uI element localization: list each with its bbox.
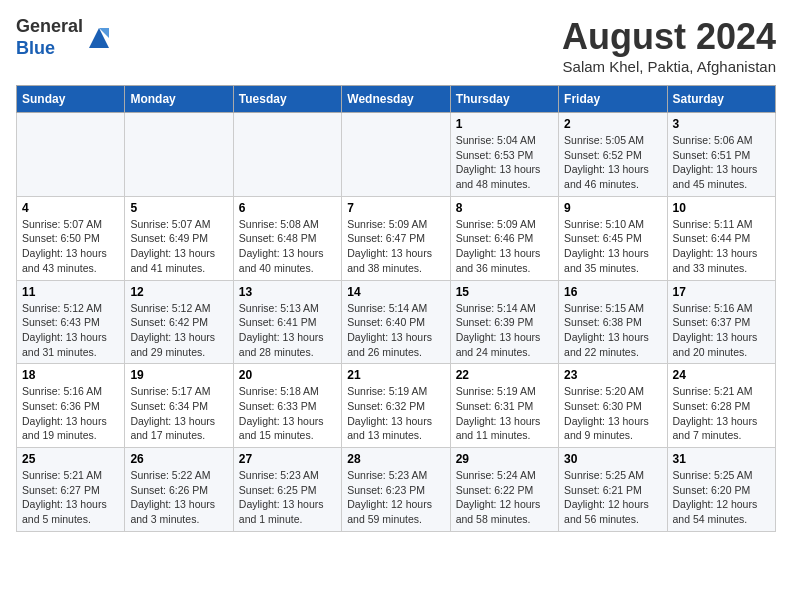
calendar-cell: 4Sunrise: 5:07 AMSunset: 6:50 PMDaylight… [17,196,125,280]
day-number: 18 [22,368,119,382]
day-number: 27 [239,452,336,466]
day-detail: Sunrise: 5:18 AMSunset: 6:33 PMDaylight:… [239,384,336,443]
calendar-cell: 6Sunrise: 5:08 AMSunset: 6:48 PMDaylight… [233,196,341,280]
main-title: August 2024 [562,16,776,58]
day-number: 6 [239,201,336,215]
calendar-cell: 1Sunrise: 5:04 AMSunset: 6:53 PMDaylight… [450,113,558,197]
header-tuesday: Tuesday [233,86,341,113]
day-number: 2 [564,117,661,131]
day-detail: Sunrise: 5:20 AMSunset: 6:30 PMDaylight:… [564,384,661,443]
calendar-cell: 31Sunrise: 5:25 AMSunset: 6:20 PMDayligh… [667,448,775,532]
calendar-cell: 14Sunrise: 5:14 AMSunset: 6:40 PMDayligh… [342,280,450,364]
day-number: 31 [673,452,770,466]
calendar-cell: 12Sunrise: 5:12 AMSunset: 6:42 PMDayligh… [125,280,233,364]
logo: General Blue [16,16,113,59]
day-detail: Sunrise: 5:07 AMSunset: 6:49 PMDaylight:… [130,217,227,276]
calendar-cell: 19Sunrise: 5:17 AMSunset: 6:34 PMDayligh… [125,364,233,448]
day-number: 16 [564,285,661,299]
day-detail: Sunrise: 5:06 AMSunset: 6:51 PMDaylight:… [673,133,770,192]
day-detail: Sunrise: 5:23 AMSunset: 6:25 PMDaylight:… [239,468,336,527]
day-detail: Sunrise: 5:05 AMSunset: 6:52 PMDaylight:… [564,133,661,192]
calendar-cell: 20Sunrise: 5:18 AMSunset: 6:33 PMDayligh… [233,364,341,448]
day-detail: Sunrise: 5:15 AMSunset: 6:38 PMDaylight:… [564,301,661,360]
day-detail: Sunrise: 5:12 AMSunset: 6:43 PMDaylight:… [22,301,119,360]
calendar-cell: 16Sunrise: 5:15 AMSunset: 6:38 PMDayligh… [559,280,667,364]
day-number: 11 [22,285,119,299]
calendar-cell [233,113,341,197]
day-number: 1 [456,117,553,131]
calendar-cell: 18Sunrise: 5:16 AMSunset: 6:36 PMDayligh… [17,364,125,448]
day-number: 17 [673,285,770,299]
day-number: 10 [673,201,770,215]
day-detail: Sunrise: 5:25 AMSunset: 6:21 PMDaylight:… [564,468,661,527]
calendar-cell: 22Sunrise: 5:19 AMSunset: 6:31 PMDayligh… [450,364,558,448]
day-number: 19 [130,368,227,382]
day-number: 28 [347,452,444,466]
header-monday: Monday [125,86,233,113]
day-detail: Sunrise: 5:04 AMSunset: 6:53 PMDaylight:… [456,133,553,192]
day-detail: Sunrise: 5:21 AMSunset: 6:27 PMDaylight:… [22,468,119,527]
day-number: 24 [673,368,770,382]
day-number: 15 [456,285,553,299]
calendar-cell: 29Sunrise: 5:24 AMSunset: 6:22 PMDayligh… [450,448,558,532]
day-detail: Sunrise: 5:24 AMSunset: 6:22 PMDaylight:… [456,468,553,527]
calendar-cell [17,113,125,197]
logo-general: General [16,16,83,36]
day-number: 9 [564,201,661,215]
calendar-cell: 26Sunrise: 5:22 AMSunset: 6:26 PMDayligh… [125,448,233,532]
subtitle: Salam Khel, Paktia, Afghanistan [562,58,776,75]
calendar-cell: 9Sunrise: 5:10 AMSunset: 6:45 PMDaylight… [559,196,667,280]
calendar-cell: 8Sunrise: 5:09 AMSunset: 6:46 PMDaylight… [450,196,558,280]
calendar-cell: 28Sunrise: 5:23 AMSunset: 6:23 PMDayligh… [342,448,450,532]
day-detail: Sunrise: 5:07 AMSunset: 6:50 PMDaylight:… [22,217,119,276]
day-detail: Sunrise: 5:09 AMSunset: 6:46 PMDaylight:… [456,217,553,276]
day-detail: Sunrise: 5:13 AMSunset: 6:41 PMDaylight:… [239,301,336,360]
day-number: 7 [347,201,444,215]
calendar-cell: 7Sunrise: 5:09 AMSunset: 6:47 PMDaylight… [342,196,450,280]
day-number: 23 [564,368,661,382]
calendar-cell: 17Sunrise: 5:16 AMSunset: 6:37 PMDayligh… [667,280,775,364]
calendar-cell: 13Sunrise: 5:13 AMSunset: 6:41 PMDayligh… [233,280,341,364]
day-detail: Sunrise: 5:22 AMSunset: 6:26 PMDaylight:… [130,468,227,527]
day-number: 3 [673,117,770,131]
day-detail: Sunrise: 5:19 AMSunset: 6:31 PMDaylight:… [456,384,553,443]
calendar-cell: 11Sunrise: 5:12 AMSunset: 6:43 PMDayligh… [17,280,125,364]
week-row-4: 18Sunrise: 5:16 AMSunset: 6:36 PMDayligh… [17,364,776,448]
day-number: 30 [564,452,661,466]
calendar-cell: 2Sunrise: 5:05 AMSunset: 6:52 PMDaylight… [559,113,667,197]
day-detail: Sunrise: 5:10 AMSunset: 6:45 PMDaylight:… [564,217,661,276]
day-detail: Sunrise: 5:23 AMSunset: 6:23 PMDaylight:… [347,468,444,527]
day-detail: Sunrise: 5:12 AMSunset: 6:42 PMDaylight:… [130,301,227,360]
calendar-cell: 15Sunrise: 5:14 AMSunset: 6:39 PMDayligh… [450,280,558,364]
calendar-cell [125,113,233,197]
header-saturday: Saturday [667,86,775,113]
logo-blue: Blue [16,38,55,58]
day-detail: Sunrise: 5:16 AMSunset: 6:37 PMDaylight:… [673,301,770,360]
day-number: 20 [239,368,336,382]
page-header: General Blue August 2024 Salam Khel, Pak… [16,16,776,75]
day-detail: Sunrise: 5:17 AMSunset: 6:34 PMDaylight:… [130,384,227,443]
calendar-cell: 3Sunrise: 5:06 AMSunset: 6:51 PMDaylight… [667,113,775,197]
header-sunday: Sunday [17,86,125,113]
day-number: 22 [456,368,553,382]
weekday-header-row: SundayMondayTuesdayWednesdayThursdayFrid… [17,86,776,113]
day-detail: Sunrise: 5:08 AMSunset: 6:48 PMDaylight:… [239,217,336,276]
day-number: 25 [22,452,119,466]
day-number: 4 [22,201,119,215]
day-number: 14 [347,285,444,299]
week-row-2: 4Sunrise: 5:07 AMSunset: 6:50 PMDaylight… [17,196,776,280]
day-detail: Sunrise: 5:21 AMSunset: 6:28 PMDaylight:… [673,384,770,443]
logo-icon [85,24,113,52]
header-wednesday: Wednesday [342,86,450,113]
day-detail: Sunrise: 5:09 AMSunset: 6:47 PMDaylight:… [347,217,444,276]
day-detail: Sunrise: 5:16 AMSunset: 6:36 PMDaylight:… [22,384,119,443]
header-thursday: Thursday [450,86,558,113]
week-row-3: 11Sunrise: 5:12 AMSunset: 6:43 PMDayligh… [17,280,776,364]
day-detail: Sunrise: 5:14 AMSunset: 6:39 PMDaylight:… [456,301,553,360]
week-row-5: 25Sunrise: 5:21 AMSunset: 6:27 PMDayligh… [17,448,776,532]
day-number: 13 [239,285,336,299]
calendar-cell: 24Sunrise: 5:21 AMSunset: 6:28 PMDayligh… [667,364,775,448]
calendar-cell [342,113,450,197]
calendar-cell: 30Sunrise: 5:25 AMSunset: 6:21 PMDayligh… [559,448,667,532]
calendar-cell: 25Sunrise: 5:21 AMSunset: 6:27 PMDayligh… [17,448,125,532]
